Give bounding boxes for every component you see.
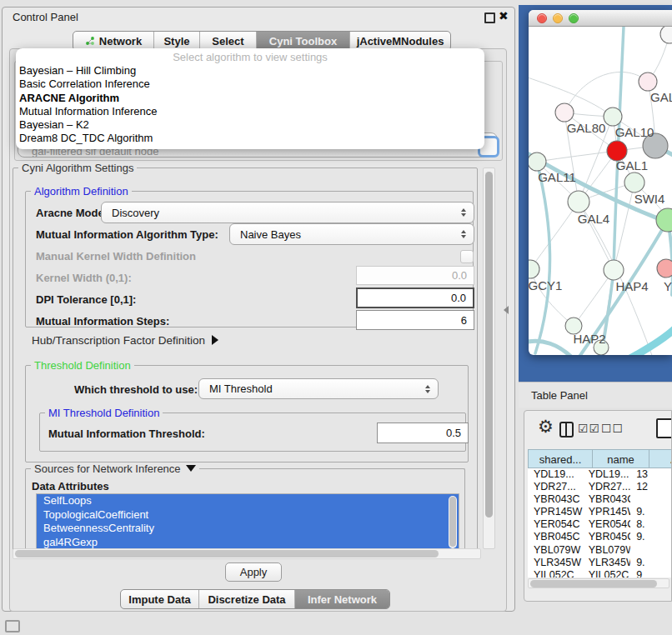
close-icon[interactable]: ✖ — [499, 9, 509, 22]
table-cell — [630, 493, 672, 506]
tab-network[interactable]: Network — [73, 32, 154, 50]
table-row[interactable]: YLR345WYLR345W9. — [528, 557, 672, 569]
tab-label: Cyni Toolbox — [269, 35, 337, 48]
column-header-name[interactable]: name — [593, 449, 649, 468]
application-window: Control Panel ✖ NetworkStyleSelectCyni T… — [0, 0, 672, 635]
table-horizontal-scrollbar[interactable] — [528, 578, 669, 588]
network-node-gal11[interactable] — [529, 152, 546, 171]
scrollbar-thumb[interactable] — [449, 497, 456, 547]
node-label: HAP2 — [573, 332, 605, 346]
table-cell: YIL052C — [528, 569, 583, 578]
mi-steps-field[interactable]: 6 — [356, 310, 474, 330]
document-icon[interactable] — [656, 418, 672, 438]
network-canvas[interactable]: GALGAL80GAL10GAL1GAL11SWI4GAL4GCY1HAP4YH… — [529, 27, 672, 355]
threshold-definition-legend: Threshold Definition — [31, 359, 134, 372]
float-panel-icon[interactable] — [484, 12, 495, 23]
table-row[interactable]: YDL19...YDL19...13 — [528, 468, 672, 481]
algorithm-option-aracne-algorithm[interactable]: ARACNE Algorithm — [16, 92, 484, 105]
dpi-tolerance-field[interactable]: 0.0 — [356, 288, 474, 308]
table-row[interactable]: YBL079WYBL079W — [528, 544, 672, 557]
settings-horizontal-scrollbar[interactable] — [13, 548, 481, 559]
network-node[interactable] — [656, 208, 672, 232]
table-row[interactable]: YDR27...YDR27...12 — [528, 481, 672, 493]
aracne-mode-combo[interactable]: Discovery — [101, 202, 474, 223]
table-panel-title: Table Panel — [531, 389, 588, 402]
tab-infer-network[interactable]: Infer Network — [295, 590, 389, 608]
network-node-gal[interactable] — [639, 72, 657, 91]
data-attributes-label: Data Attributes — [32, 480, 109, 492]
node-label: GAL80 — [567, 121, 606, 135]
algorithm-option-basic-correlation-inference[interactable]: Basic Correlation Inference — [16, 78, 484, 91]
table-row[interactable]: YBR043CYBR043C — [528, 493, 672, 506]
mi-threshold-value: 0.5 — [446, 427, 461, 439]
hub-factor-section-toggle[interactable]: Hub/Transcription Factor Definition — [32, 334, 218, 347]
network-node-y[interactable] — [657, 259, 672, 278]
network-node-hap4[interactable] — [604, 260, 624, 280]
network-node-gal4[interactable] — [568, 191, 589, 212]
table-cell — [630, 544, 672, 557]
tab-label: Discretize Data — [208, 593, 285, 606]
tab-impute-data[interactable]: Impute Data — [121, 590, 199, 608]
table-cell: YDR27... — [583, 481, 630, 493]
column-header-a[interactable]: A — [649, 449, 672, 468]
manual-kernel-width-checkbox[interactable] — [460, 250, 474, 263]
table-cell: 9. — [630, 531, 672, 543]
algorithm-dropdown-placeholder: Select algorithm to view settings — [16, 50, 484, 64]
tab-discretize-data[interactable]: Discretize Data — [199, 590, 295, 608]
minimize-window-icon[interactable] — [553, 13, 563, 23]
network-node-swi4[interactable] — [624, 172, 644, 192]
network-node-gal10[interactable] — [604, 108, 622, 126]
node-label: GAL1 — [616, 158, 648, 172]
deselect-all-checkboxes-icon[interactable]: ☐☐ — [601, 422, 624, 435]
table-row[interactable]: YPR145WYPR145W9. — [528, 506, 672, 518]
minimized-panel-icon[interactable] — [5, 620, 20, 632]
node-label: GAL — [650, 90, 672, 104]
network-node[interactable] — [660, 27, 672, 43]
mi-algorithm-type-combo[interactable]: Naive Bayes — [229, 223, 474, 245]
table-row[interactable]: YBR045CYBR045C9. — [528, 531, 672, 543]
kernel-width-value: 0.0 — [452, 269, 467, 282]
attribute-item-gal4rgexp[interactable]: gal4RGexp — [37, 536, 459, 550]
zoom-window-icon[interactable] — [569, 13, 579, 23]
gear-icon[interactable]: ⚙ — [538, 417, 554, 437]
column-header-shared[interactable]: shared... — [528, 449, 593, 468]
kernel-width-field[interactable]: 0.0 — [356, 266, 474, 285]
table-cell: 13 — [630, 468, 672, 481]
table-row[interactable]: YIL052CYIL052C9 — [528, 569, 672, 578]
tab-label: Network — [99, 35, 142, 48]
apply-button[interactable]: Apply — [225, 562, 282, 582]
table-row[interactable]: YER054CYER054C8. — [528, 518, 672, 531]
panel-divider-handle[interactable] — [504, 306, 509, 314]
scrollbar-thumb[interactable] — [530, 580, 657, 588]
network-node-gal80[interactable] — [555, 103, 574, 122]
algorithm-option-dream8-dc-tdc-algorithm[interactable]: Dream8 DC_TDC Algorithm — [16, 132, 484, 145]
algorithm-option-mutual-information-inference[interactable]: Mutual Information Inference — [16, 105, 484, 118]
attribute-item-topologicalcoefficient[interactable]: TopologicalCoefficient — [37, 508, 459, 522]
tab-style[interactable]: Style — [154, 32, 200, 50]
table-cell: 8. — [630, 518, 672, 531]
tab-select[interactable]: Select — [200, 32, 257, 50]
mi-threshold-field[interactable]: 0.5 — [377, 422, 469, 443]
scrollbar-thumb[interactable] — [485, 172, 493, 518]
table-cell: YBL079W — [583, 544, 630, 557]
scrollbar-thumb[interactable] — [15, 550, 439, 558]
attribute-item-selfloops[interactable]: SelfLoops — [37, 494, 459, 508]
attribute-item-betweennesscentrality[interactable]: BetweennessCentrality — [37, 522, 459, 536]
tab-jactivemnodules[interactable]: jActiveMNodules — [350, 32, 450, 50]
which-threshold-combo[interactable]: MI Threshold — [198, 378, 439, 399]
select-all-checkboxes-icon[interactable]: ☑☑ — [578, 422, 600, 435]
tab-cyni-toolbox[interactable]: Cyni Toolbox — [257, 32, 350, 50]
network-node-gcy1[interactable] — [529, 260, 539, 278]
algorithm-option-bayesian-hill-climbing[interactable]: Bayesian – Hill Climbing — [16, 64, 484, 78]
sources-legend[interactable]: Sources for Network Inference — [31, 462, 199, 475]
control-panel-title: Control Panel — [13, 11, 78, 23]
network-window-titlebar[interactable] — [529, 10, 672, 27]
table-cell: YBR043C — [583, 493, 630, 506]
close-window-icon[interactable] — [537, 13, 547, 23]
settings-vertical-scrollbar[interactable] — [483, 168, 495, 549]
algorithm-option-bayesian-k2[interactable]: Bayesian – K2 — [16, 118, 484, 132]
columns-icon[interactable] — [559, 422, 574, 438]
table-cell: 9 — [630, 569, 672, 578]
cyni-settings-legend: Cyni Algorithm Settings — [18, 162, 137, 174]
list-vertical-scrollbar[interactable] — [449, 496, 457, 548]
